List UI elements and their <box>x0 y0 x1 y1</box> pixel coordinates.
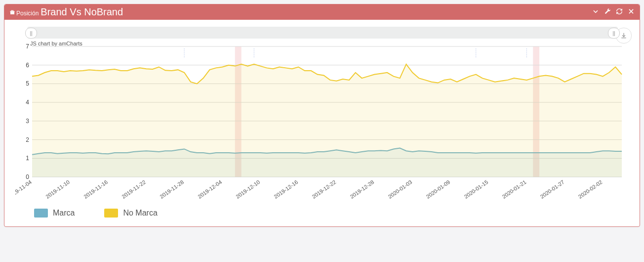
refresh-icon[interactable] <box>616 8 623 16</box>
panel-pretitle-text: Posición <box>16 10 39 17</box>
x-tick-label: 2019-11-16 <box>82 179 109 200</box>
range-handle-right[interactable]: || <box>608 28 620 39</box>
x-tick-label: 2020-01-09 <box>425 179 451 200</box>
close-icon[interactable] <box>628 8 635 16</box>
x-tick-label: 2020-01-15 <box>463 179 489 200</box>
x-tick-label: 2019-11-04 <box>15 179 33 200</box>
chart-legend: Marca No Marca <box>34 209 634 218</box>
line-chart: 012345672019-11-042019-11-102019-11-1620… <box>15 44 631 207</box>
panel-actions <box>592 8 635 16</box>
legend-swatch-marca <box>34 209 48 218</box>
legend-label-no-marca: No Marca <box>123 209 157 218</box>
x-tick-label: 2020-02-02 <box>577 179 604 200</box>
y-tick-label: 1 <box>26 155 29 162</box>
x-tick-label: 2019-12-04 <box>197 179 223 200</box>
x-tick-label: 2019-11-28 <box>159 179 185 200</box>
y-tick-label: 7 <box>26 44 29 50</box>
panel-pretitle: Posición <box>9 9 39 17</box>
gift-icon <box>9 9 15 17</box>
chart-area: 012345672019-11-042019-11-102019-11-1620… <box>15 44 629 207</box>
x-tick-label: 2019-12-16 <box>273 179 299 200</box>
panel-header: Posición Brand Vs NoBrand <box>4 4 640 20</box>
x-tick-label: 2020-01-27 <box>539 179 565 200</box>
panel-body: || || JS chart by amCharts 012345672019-… <box>4 20 640 226</box>
legend-item-marca[interactable]: Marca <box>34 209 75 218</box>
panel-title: Brand Vs NoBrand <box>40 6 123 18</box>
legend-swatch-no-marca <box>104 209 118 218</box>
x-tick-label: 2019-12-10 <box>235 179 261 200</box>
y-tick-label: 2 <box>26 136 29 143</box>
range-handle-left[interactable]: || <box>25 28 37 39</box>
x-tick-label: 2019-12-28 <box>349 179 375 200</box>
y-tick-label: 6 <box>26 62 29 69</box>
x-tick-label: 2020-01-21 <box>501 179 527 200</box>
series-area <box>32 64 622 177</box>
legend-item-no-marca[interactable]: No Marca <box>104 209 157 218</box>
x-tick-label: 2019-12-22 <box>311 179 337 200</box>
wrench-icon[interactable] <box>604 8 611 16</box>
panel-title-group: Posición Brand Vs NoBrand <box>9 6 123 18</box>
x-tick-label: 2020-01-03 <box>387 179 413 200</box>
y-tick-label: 3 <box>26 118 29 125</box>
chevron-down-icon[interactable] <box>592 8 599 16</box>
time-range-scrollbar[interactable]: || || <box>27 27 618 39</box>
chart-panel: Posición Brand Vs NoBrand || || JS chart… <box>4 4 640 227</box>
y-tick-label: 5 <box>26 80 29 87</box>
legend-label-marca: Marca <box>53 209 75 218</box>
y-tick-label: 4 <box>26 99 29 106</box>
x-tick-label: 2019-11-22 <box>121 179 147 200</box>
x-tick-label: 2019-11-10 <box>44 179 71 200</box>
